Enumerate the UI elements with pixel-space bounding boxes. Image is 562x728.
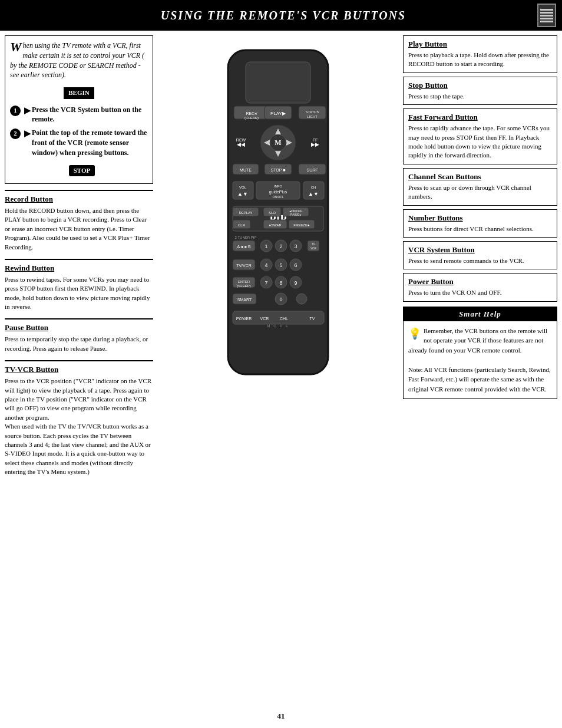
- svg-text:(SLEEP): (SLEEP): [237, 284, 250, 288]
- page-header: Using the Remote's VCR Buttons: [0, 0, 562, 31]
- tvcr-text: Press to the VCR position ("VCR" indicat…: [5, 377, 153, 476]
- bulb-icon: 💡: [408, 326, 421, 342]
- fastforward-text: Press to rapidly advance the tape. For s…: [408, 124, 552, 160]
- svg-text:2 TUNER PIP: 2 TUNER PIP: [235, 236, 257, 239]
- svg-text:M  O  D  E: M O D E: [267, 324, 289, 328]
- channelscan-title: Channel Scan Buttons: [408, 172, 552, 182]
- play-text: Press to playback a tape. Hold down afte…: [408, 51, 552, 69]
- svg-text:P/VUE●: P/VUE●: [290, 213, 301, 216]
- power-text: Press to turn the VCR ON and OFF.: [408, 288, 552, 297]
- step2-circle: 2: [10, 129, 21, 139]
- stop-badge: STOP: [69, 165, 95, 176]
- svg-text:STOP ■: STOP ■: [271, 168, 286, 172]
- step1-arrow: ▶: [24, 105, 31, 117]
- svg-text:3: 3: [294, 243, 297, 249]
- fastforward-title: Fast Forward Button: [408, 113, 552, 122]
- rewind-text: Press to rewind tapes. For some VCRs you…: [5, 275, 153, 312]
- svg-text:SLO: SLO: [269, 211, 276, 215]
- svg-text:VOL: VOL: [239, 186, 247, 189]
- main-content: W hen using the TV remote with a VCR, fi…: [0, 31, 562, 489]
- svg-rect-1: [246, 62, 310, 103]
- remote-icon: [537, 4, 556, 27]
- svg-text:VCR: VCR: [310, 247, 316, 250]
- left-column: W hen using the TV remote with a VCR, fi…: [5, 35, 158, 484]
- svg-text:MUTE: MUTE: [240, 168, 252, 172]
- step2-arrow: ▶: [24, 128, 31, 140]
- number-title: Number Buttons: [408, 213, 552, 223]
- svg-text:1: 1: [265, 243, 267, 249]
- stop-text: Press to stop the tape.: [408, 92, 552, 101]
- svg-text:▲▼: ▲▼: [308, 191, 319, 197]
- intro-box: W hen using the TV remote with a VCR, fi…: [5, 35, 153, 184]
- number-text: Press buttons for direct VCR channel sel…: [408, 225, 552, 233]
- svg-text:REPLAY: REPLAY: [239, 211, 252, 215]
- smart-help-header: Smart Help: [404, 307, 557, 321]
- svg-text:ON/OFF: ON/OFF: [273, 195, 284, 199]
- svg-text:8: 8: [279, 280, 282, 286]
- svg-text:FREEZE●: FREEZE●: [293, 223, 310, 227]
- stop-title: Stop Button: [408, 81, 552, 90]
- svg-text:▲▼: ▲▼: [237, 191, 248, 197]
- svg-text:●SWAP: ●SWAP: [269, 223, 281, 227]
- rewind-section: Rewind Button Press to rewind tapes. For…: [5, 259, 153, 317]
- svg-text:4: 4: [265, 262, 267, 268]
- channelscan-text: Press to scan up or down through VCR cha…: [408, 183, 552, 202]
- svg-text:POWER: POWER: [236, 317, 252, 321]
- svg-text:SMART: SMART: [237, 298, 252, 302]
- smart-help-text1: Remember, the VCR buttons on the remote …: [408, 327, 547, 354]
- power-title: Power Button: [408, 277, 552, 286]
- svg-text:6: 6: [294, 262, 297, 268]
- svg-text:LIGHT: LIGHT: [307, 115, 318, 118]
- svg-text:5: 5: [279, 262, 282, 268]
- vcrsystem-text: Press to send remote commands to the VCR…: [408, 256, 552, 265]
- fastforward-section: Fast Forward Button Press to rapidly adv…: [403, 108, 557, 164]
- svg-text:A◄►B: A◄►B: [237, 245, 251, 249]
- stop-section: Stop Button Press to stop the tape.: [403, 77, 557, 105]
- svg-text:0: 0: [279, 297, 282, 302]
- tvcr-title: TV-VCR Button: [5, 365, 153, 374]
- svg-text:CHL: CHL: [280, 317, 288, 321]
- svg-text:9: 9: [294, 280, 297, 286]
- record-title: Record Button: [5, 195, 153, 204]
- header-title: Using the Remote's VCR Buttons: [29, 9, 537, 22]
- svg-text:INFO: INFO: [274, 185, 283, 188]
- svg-text:M: M: [275, 139, 281, 147]
- intro-text: hen using the TV remote with a VCR, firs…: [10, 41, 144, 79]
- begin-badge: BEGIN: [64, 87, 94, 98]
- pause-text: Press to temporarily stop the tape durin…: [5, 335, 153, 353]
- smart-help-body: 💡 Remember, the VCR buttons on the remot…: [404, 321, 557, 399]
- svg-text:PLAY▶: PLAY▶: [270, 111, 286, 116]
- pause-title: Pause Button: [5, 323, 153, 332]
- step1-text: Press the VCR System button on the remot…: [32, 105, 148, 125]
- record-text: Hold the RECORD button down, and then pr…: [5, 206, 153, 252]
- svg-text:◀◀: ◀◀: [237, 141, 245, 147]
- svg-text:guidePlus: guidePlus: [269, 190, 287, 195]
- svg-text:CH: CH: [311, 186, 316, 189]
- svg-text:TV: TV: [310, 317, 315, 321]
- pause-section: Pause Button Press to temporarily stop t…: [5, 318, 153, 358]
- right-column: Play Button Press to playback a tape. Ho…: [398, 35, 557, 484]
- vcrsystem-title: VCR System Button: [408, 245, 552, 255]
- tvcr-section: TV-VCR Button Press to the VCR position …: [5, 360, 153, 481]
- step2: 2 ▶ Point the top of the remote toward t…: [10, 128, 148, 157]
- svg-text:ENTER: ENTER: [238, 280, 250, 284]
- center-column: REC•/ (CLEAR) PLAY▶ STATUS LIGHT M: [158, 35, 398, 484]
- rewind-title: Rewind Button: [5, 263, 153, 273]
- smart-help-text2: Note: All VCR functions (particularly Se…: [408, 366, 551, 393]
- svg-text:(CLEAR): (CLEAR): [244, 116, 259, 120]
- step1: 1 ▶ Press the VCR System button on the r…: [10, 105, 148, 125]
- svg-text:TV/VCR: TV/VCR: [236, 263, 252, 268]
- svg-point-86: [296, 294, 307, 304]
- number-section: Number Buttons Press buttons for direct …: [403, 209, 557, 238]
- page-number: 41: [277, 711, 285, 721]
- play-title: Play Button: [408, 39, 552, 49]
- remote-wrapper: REC•/ (CLEAR) PLAY▶ STATUS LIGHT M: [216, 47, 340, 380]
- svg-text:VCR: VCR: [260, 317, 269, 321]
- power-section: Power Button Press to turn the VCR ON an…: [403, 273, 557, 301]
- remote-svg: REC•/ (CLEAR) PLAY▶ STATUS LIGHT M: [216, 47, 340, 377]
- record-section: Record Button Hold the RECORD button dow…: [5, 190, 153, 256]
- play-section: Play Button Press to playback a tape. Ho…: [403, 35, 557, 73]
- channelscan-section: Channel Scan Buttons Press to scan up or…: [403, 168, 557, 206]
- svg-text:7: 7: [265, 280, 267, 286]
- step2-text: Point the top of the remote toward the f…: [32, 128, 148, 157]
